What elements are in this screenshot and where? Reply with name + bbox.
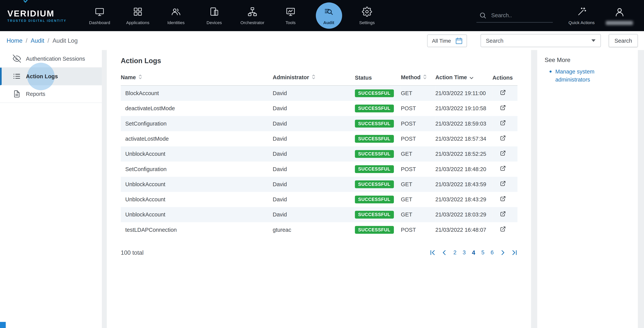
tools-icon <box>286 6 296 17</box>
see-more-list: Manage system administrators <box>544 68 630 84</box>
sidebar-item-reports[interactable]: Reports <box>0 85 102 103</box>
nav-item-orchestrator[interactable]: Orchestrator <box>233 0 272 31</box>
cell-name: deactivateLostMode <box>121 101 273 116</box>
column-header-administrator[interactable]: Administrator <box>273 71 355 86</box>
search-button[interactable]: Search <box>609 34 638 47</box>
open-log-details-icon[interactable] <box>500 165 506 172</box>
table-row[interactable]: SetConfiguration David SUCCESSFUL POST 2… <box>121 161 518 176</box>
sidebar-item-authentication-sessions[interactable]: Authentication Sessions <box>0 50 102 68</box>
table-row[interactable]: UnblockAccount David SUCCESSFUL GET 21/0… <box>121 177 518 192</box>
open-log-details-icon[interactable] <box>500 195 506 202</box>
nav-item-dashboard[interactable]: Dashboard <box>80 0 119 31</box>
breadcrumb-audit-link[interactable]: Audit <box>31 37 44 44</box>
total-count: 100 total <box>121 249 144 256</box>
audit-sidebar: Authentication Sessions Action Logs Repo… <box>0 50 102 328</box>
breadcrumb: Home / Audit / Audit Log <box>6 37 78 44</box>
pagination-page-4[interactable]: 4 <box>472 249 475 256</box>
pagination-page-3[interactable]: 3 <box>463 249 466 255</box>
first-page-icon[interactable] <box>430 250 435 255</box>
cell-method: GET <box>401 146 435 161</box>
status-badge: SUCCESSFUL <box>355 89 394 97</box>
table-row[interactable]: BlockAccount David SUCCESSFUL GET 21/03/… <box>121 86 518 101</box>
cell-action-time: 21/03/2022 18:59:03 <box>435 116 492 131</box>
audit-icon <box>324 6 334 17</box>
veridium-logo[interactable]: VERIDIUM TRUSTED DIGITAL IDENTITY <box>8 0 68 31</box>
cell-method: POST <box>401 222 435 237</box>
table-row[interactable]: testLDAPConnection gtureac SUCCESSFUL PO… <box>121 222 518 237</box>
column-header-actions: Actions <box>492 71 518 86</box>
cell-administrator: David <box>273 131 355 146</box>
table-row[interactable]: UnblockAccount David SUCCESSFUL GET 21/0… <box>121 192 518 207</box>
open-log-details-icon[interactable] <box>500 104 506 111</box>
manage-system-administrators-link[interactable]: Manage system administrators <box>555 68 601 84</box>
pagination-page-2[interactable]: 2 <box>453 249 456 255</box>
cell-method: GET <box>401 177 435 192</box>
open-log-details-icon[interactable] <box>500 119 506 126</box>
nav-item-tools[interactable]: Tools <box>272 0 310 31</box>
breadcrumb-home-link[interactable]: Home <box>6 37 22 44</box>
table-footer: 100 total 23456 <box>121 249 518 256</box>
pagination-page-5[interactable]: 5 <box>481 249 484 255</box>
search-field-select[interactable]: Search <box>480 34 601 47</box>
nav-label: Audit <box>323 20 334 25</box>
brand-check-icon <box>24 0 29 4</box>
open-log-details-icon[interactable] <box>500 180 506 187</box>
previous-page-icon[interactable] <box>442 250 447 255</box>
nav-item-applications[interactable]: Applications <box>119 0 157 31</box>
pagination-pages: 23456 <box>453 249 494 256</box>
cell-administrator: David <box>273 101 355 116</box>
sort-desc-icon <box>470 75 474 81</box>
brand-name: VERIDIUM <box>8 9 68 17</box>
settings-icon <box>362 6 372 17</box>
sidebar-item-action-logs[interactable]: Action Logs <box>0 68 102 85</box>
table-row[interactable]: UnblockAccount David SUCCESSFUL GET 21/0… <box>121 146 518 161</box>
nav-label: Applications <box>126 20 149 25</box>
user-menu[interactable] <box>600 6 638 25</box>
table-row[interactable]: activateLostMode David SUCCESSFUL POST 2… <box>121 131 518 146</box>
column-header-action-time[interactable]: Action Time <box>435 71 492 86</box>
action-logs-table: Name Administrator Status Method Action <box>121 71 518 237</box>
cell-action-time: 21/03/2022 18:43:59 <box>435 177 492 192</box>
cell-action-time: 21/03/2022 18:52:25 <box>435 146 492 161</box>
next-page-icon[interactable] <box>500 250 506 255</box>
time-range-button[interactable]: All Time <box>427 34 467 47</box>
cell-method: POST <box>401 161 435 176</box>
cell-action-time: 21/03/2022 18:48:20 <box>435 161 492 176</box>
brand-tagline: TRUSTED DIGITAL IDENTITY <box>8 19 68 22</box>
pagination-page-6[interactable]: 6 <box>491 249 494 255</box>
breadcrumb-separator: / <box>48 37 49 44</box>
cell-method: POST <box>401 116 435 131</box>
column-header-method[interactable]: Method <box>401 71 435 86</box>
open-log-details-icon[interactable] <box>500 226 506 232</box>
column-label: Method <box>401 74 420 80</box>
nav-item-settings[interactable]: Settings <box>348 0 386 31</box>
table-row[interactable]: SetConfiguration David SUCCESSFUL POST 2… <box>121 116 518 131</box>
identities-icon <box>171 6 181 17</box>
quick-actions-button[interactable]: Quick Actions <box>563 6 600 25</box>
nav-item-audit[interactable]: Audit <box>310 0 348 31</box>
last-page-icon[interactable] <box>512 250 518 255</box>
nav-item-identities[interactable]: Identities <box>157 0 195 31</box>
pagination: 23456 <box>430 249 518 256</box>
status-badge: SUCCESSFUL <box>355 210 394 218</box>
status-badge: SUCCESSFUL <box>355 150 394 158</box>
open-log-details-icon[interactable] <box>500 150 506 157</box>
status-badge: SUCCESSFUL <box>355 195 394 203</box>
cell-method: GET <box>401 207 435 222</box>
table-row[interactable]: deactivateLostMode David SUCCESSFUL POST… <box>121 101 518 116</box>
nav-label: Orchestrator <box>240 20 264 25</box>
column-header-name[interactable]: Name <box>121 71 273 86</box>
open-log-details-icon[interactable] <box>500 135 506 142</box>
cell-name: UnblockAccount <box>121 146 273 161</box>
open-log-details-icon[interactable] <box>500 89 506 96</box>
table-row[interactable]: UnblockAccount David SUCCESSFUL GET 21/0… <box>121 207 518 222</box>
nav-item-devices[interactable]: Devices <box>195 0 233 31</box>
open-log-details-icon[interactable] <box>500 210 506 217</box>
global-search-input[interactable] <box>491 12 548 18</box>
bottom-left-accent <box>0 322 6 328</box>
cell-action-time: 21/03/2022 19:10:58 <box>435 101 492 116</box>
action-logs-panel: Action Logs Name Administrator Statu <box>107 50 531 328</box>
nav-label: Dashboard <box>89 20 110 25</box>
cell-name: testLDAPConnection <box>121 222 273 237</box>
time-range-label: All Time <box>432 37 451 44</box>
